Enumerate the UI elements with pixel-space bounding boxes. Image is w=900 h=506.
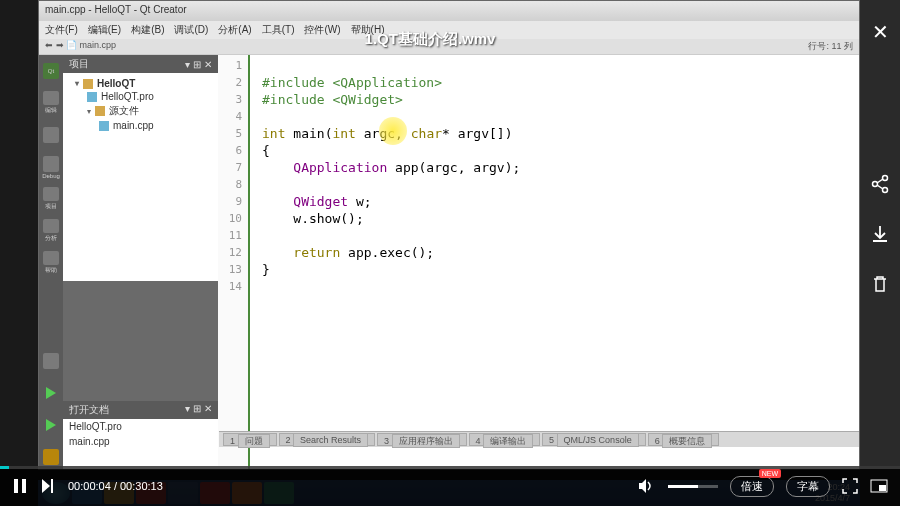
run-button[interactable] <box>41 381 61 405</box>
sidebar: 项目 ▾ ⊞ ✕ ▾HelloQT HelloQT.pro ▾源文件 main.… <box>63 55 218 469</box>
toolbar-filename: ⬅ ➡ 📄 main.cpp <box>45 40 116 53</box>
output-tab-compile[interactable]: 4 编译输出 <box>469 433 541 446</box>
next-button[interactable] <box>40 478 56 494</box>
output-tab-qmljs[interactable]: 5 QML/JS Console <box>542 433 646 446</box>
menu-tools[interactable]: 工具(T) <box>262 23 295 37</box>
download-icon[interactable] <box>870 224 890 244</box>
svg-rect-0 <box>14 479 18 493</box>
fullscreen-button[interactable] <box>842 478 858 494</box>
mode-debug[interactable]: Debug <box>41 155 61 179</box>
tree-main-cpp[interactable]: main.cpp <box>67 119 214 132</box>
svg-rect-4 <box>879 485 886 491</box>
svg-rect-2 <box>51 479 53 493</box>
qt-creator-window: main.cpp - HelloQT - Qt Creator 文件(F) 编辑… <box>38 0 860 470</box>
svg-point-7 <box>883 188 888 193</box>
kit-selector[interactable] <box>41 349 61 373</box>
new-badge: NEW <box>759 469 781 478</box>
tree-pro-file[interactable]: HelloQT.pro <box>67 90 214 103</box>
openfile-item[interactable]: main.cpp <box>63 434 218 449</box>
folder-icon <box>83 79 93 89</box>
openfile-item[interactable]: HelloQT.pro <box>63 419 218 434</box>
svg-line-8 <box>877 179 883 183</box>
menu-analyze[interactable]: 分析(A) <box>218 23 251 37</box>
debug-run-button[interactable] <box>41 413 61 437</box>
share-icon[interactable] <box>870 174 890 194</box>
toolbar-position: 行号: 11 列 <box>808 40 853 53</box>
output-tab-general[interactable]: 6 概要信息 <box>648 433 720 446</box>
pane-controls[interactable]: ▾ ⊞ ✕ <box>185 59 212 70</box>
pip-button[interactable] <box>870 479 888 493</box>
menu-edit[interactable]: 编辑(E) <box>88 23 121 37</box>
mode-welcome[interactable]: Qt <box>41 59 61 83</box>
svg-line-9 <box>877 185 883 189</box>
output-tab-appout[interactable]: 3 应用程序输出 <box>377 433 467 446</box>
menu-build[interactable]: 构建(B) <box>131 23 164 37</box>
video-frame: main.cpp - HelloQT - Qt Creator 文件(F) 编辑… <box>0 0 860 506</box>
menu-file[interactable]: 文件(F) <box>45 23 78 37</box>
output-tabs: 1 问题 2 Search Results 3 应用程序输出 4 编译输出 5 … <box>219 431 859 447</box>
pause-button[interactable] <box>12 478 28 494</box>
window-titlebar: main.cpp - HelloQT - Qt Creator <box>39 1 859 21</box>
mode-analyze[interactable]: 分析 <box>41 219 61 243</box>
project-tree[interactable]: ▾HelloQT HelloQT.pro ▾源文件 main.cpp <box>63 73 218 281</box>
code-editor: 1234567891011121314 #include <QApplicati… <box>218 55 859 469</box>
openfiles-list[interactable]: HelloQT.pro main.cpp <box>63 419 218 469</box>
delete-icon[interactable] <box>870 274 890 294</box>
mode-design[interactable] <box>41 123 61 147</box>
volume-button[interactable] <box>638 478 656 494</box>
output-tab-issues[interactable]: 1 问题 <box>223 433 277 446</box>
mode-help[interactable]: 帮助 <box>41 251 61 275</box>
close-button[interactable]: ✕ <box>872 20 889 44</box>
volume-slider[interactable] <box>668 485 718 488</box>
video-player-controls: 00:00:04 / 00:30:13 倍速NEW 字幕 <box>0 466 900 506</box>
file-icon <box>99 121 109 131</box>
svg-rect-1 <box>22 479 26 493</box>
project-pane-header: 项目 ▾ ⊞ ✕ <box>63 55 218 73</box>
subtitle-button[interactable]: 字幕 <box>786 476 830 497</box>
speed-button[interactable]: 倍速NEW <box>730 476 774 497</box>
menu-debug[interactable]: 调试(D) <box>174 23 208 37</box>
file-icon <box>87 92 97 102</box>
mode-edit[interactable]: 编辑 <box>41 91 61 115</box>
svg-point-5 <box>873 182 878 187</box>
mode-selector: Qt 编辑 Debug 项目 分析 帮助 <box>39 55 63 469</box>
tree-project-root[interactable]: ▾HelloQT <box>67 77 214 90</box>
code-area[interactable]: #include <QApplication> #include <QWidge… <box>250 55 859 469</box>
line-gutter: 1234567891011121314 <box>218 55 250 469</box>
page-right-sidebar: ✕ <box>860 0 900 506</box>
svg-point-6 <box>883 176 888 181</box>
video-title-overlay: 1.QT基础介绍.wmv <box>365 30 496 49</box>
output-tab-search[interactable]: 2 Search Results <box>279 433 376 446</box>
tree-sources-folder[interactable]: ▾源文件 <box>67 103 214 119</box>
folder-icon <box>95 106 105 116</box>
menu-widgets[interactable]: 控件(W) <box>304 23 340 37</box>
openfiles-header: 打开文档 ▾ ⊞ ✕ <box>63 401 218 419</box>
pane-controls[interactable]: ▾ ⊞ ✕ <box>185 403 212 417</box>
time-display: 00:00:04 / 00:30:13 <box>68 480 163 492</box>
mode-projects[interactable]: 项目 <box>41 187 61 211</box>
progress-fill <box>0 466 9 469</box>
